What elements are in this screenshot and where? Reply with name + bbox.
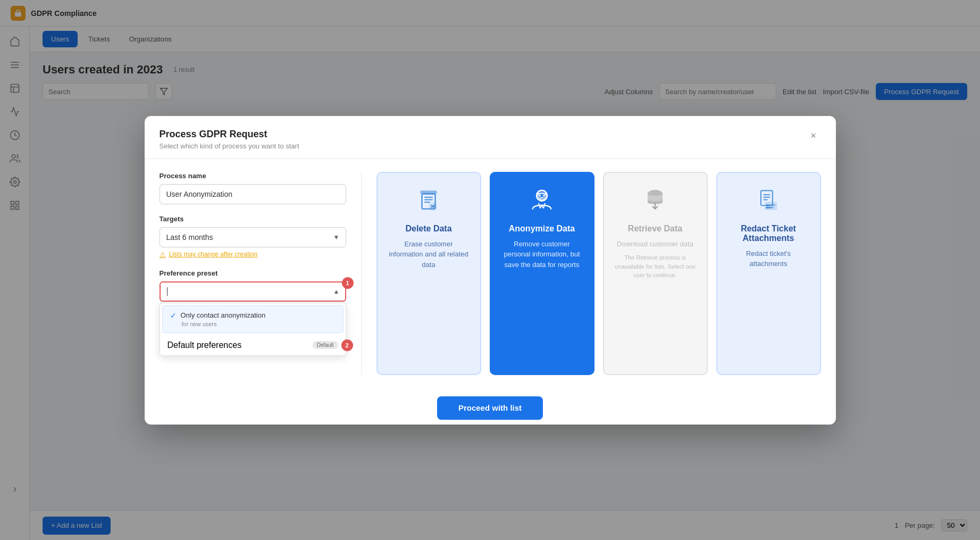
dropdown-item-1[interactable]: ✓ Only contact anonymization for new use… — [162, 305, 344, 333]
check-icon: ✓ — [170, 311, 177, 320]
default-badge: Default — [313, 341, 338, 349]
targets-label: Targets — [160, 215, 346, 223]
retrieve-data-icon — [640, 186, 670, 215]
process-name-field: Process name — [160, 172, 346, 204]
svg-rect-32 — [766, 204, 769, 206]
dropdown-item-2[interactable]: 2 Default preferences Default — [160, 335, 346, 355]
modal-body: Process name Targets Last 6 months ▼ ⚠ L… — [145, 159, 836, 388]
preference-label: Preference preset — [160, 269, 346, 277]
modal-subtitle: Select which kind of process you want to… — [160, 142, 299, 150]
dropdown-item-1-label: Only contact anonymization — [181, 311, 266, 319]
targets-select-wrapper: Last 6 months ▼ — [160, 227, 346, 247]
warning-label: Lists may change after creation — [169, 251, 258, 258]
preference-dropdown-list: ✓ Only contact anonymization for new use… — [160, 303, 346, 356]
process-name-label: Process name — [160, 172, 346, 180]
preference-section: Preference preset 1 ▲ ✓ Only contact ano… — [160, 269, 346, 302]
process-name-input[interactable] — [160, 184, 346, 204]
delete-data-title: Delete Data — [405, 224, 451, 234]
modal-header-text: Process GDPR Request Select which kind o… — [160, 129, 299, 150]
modal-right-panel: Delete Data Erase customer information a… — [362, 172, 821, 375]
redact-ticket-card[interactable]: Redact Ticket Attachments Redact ticket'… — [716, 172, 821, 375]
modal-close-button[interactable]: × — [806, 129, 821, 144]
dropdown-item-2-label: Default preferences — [167, 340, 242, 350]
warning-text[interactable]: ⚠ Lists may change after creation — [160, 251, 346, 259]
text-cursor — [167, 287, 167, 296]
badge-2: 2 — [341, 339, 353, 351]
badge-1: 1 — [342, 277, 354, 289]
warning-icon: ⚠ — [160, 251, 166, 259]
redact-ticket-title: Redact Ticket Attachments — [728, 224, 809, 243]
redact-ticket-desc: Redact ticket's attachments — [728, 248, 809, 269]
anonymize-data-card[interactable]: Anonymize Data Remove customer personal … — [490, 172, 594, 375]
process-cards-row: Delete Data Erase customer information a… — [376, 172, 821, 375]
modal-header: Process GDPR Request Select which kind o… — [145, 116, 836, 159]
retrieve-data-desc-line1: Download customer data — [617, 239, 693, 250]
modal-footer: Proceed with list — [145, 388, 836, 433]
delete-data-card[interactable]: Delete Data Erase customer information a… — [376, 172, 481, 375]
proceed-with-list-button[interactable]: Proceed with list — [437, 396, 543, 420]
retrieve-data-card[interactable]: Retrieve Data Download customer data The… — [603, 172, 708, 375]
delete-data-icon — [414, 186, 443, 215]
anonymize-data-desc: Remove customer personal information, bu… — [501, 239, 583, 270]
anonymize-data-title: Anonymize Data — [509, 224, 575, 234]
preference-input[interactable] — [160, 281, 346, 302]
process-gdpr-modal: Process GDPR Request Select which kind o… — [145, 116, 836, 425]
dropdown-item-1-sub: for new users — [170, 321, 336, 327]
modal-left-panel: Process name Targets Last 6 months ▼ ⚠ L… — [160, 172, 362, 375]
redact-ticket-icon — [753, 186, 783, 215]
targets-field: Targets Last 6 months ▼ ⚠ Lists may chan… — [160, 215, 346, 259]
targets-select[interactable]: Last 6 months — [160, 227, 346, 247]
delete-data-desc: Erase customer information and all relat… — [388, 239, 470, 270]
anonymize-data-icon — [527, 186, 557, 215]
dropdown-item-1-main: ✓ Only contact anonymization — [170, 311, 336, 320]
svg-rect-33 — [766, 206, 770, 208]
retrieve-data-title: Retrieve Data — [628, 224, 682, 234]
retrieve-data-desc-line2: The Retrieve process is unavailable for … — [615, 253, 696, 280]
modal-title: Process GDPR Request — [160, 129, 299, 140]
preference-dropdown-container: 1 ▲ ✓ Only contact anonymization for new… — [160, 281, 346, 302]
